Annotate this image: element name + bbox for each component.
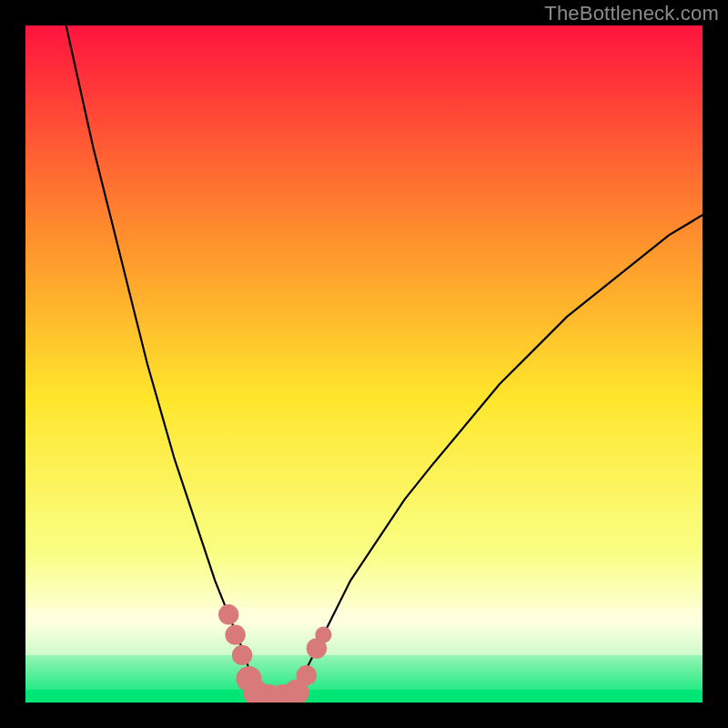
watermark-text: TheBottleneck.com bbox=[544, 2, 719, 25]
pale-band bbox=[25, 608, 703, 655]
marker-dot bbox=[297, 665, 317, 685]
marker-dot bbox=[232, 645, 252, 665]
green-strip bbox=[25, 690, 703, 703]
gradient-background bbox=[25, 25, 703, 703]
marker-dot bbox=[225, 624, 245, 644]
plot-area bbox=[25, 25, 703, 703]
bottleneck-chart bbox=[25, 25, 703, 703]
marker-dot bbox=[315, 627, 331, 643]
chart-frame: TheBottleneck.com bbox=[0, 0, 728, 728]
marker-dot bbox=[218, 604, 238, 624]
